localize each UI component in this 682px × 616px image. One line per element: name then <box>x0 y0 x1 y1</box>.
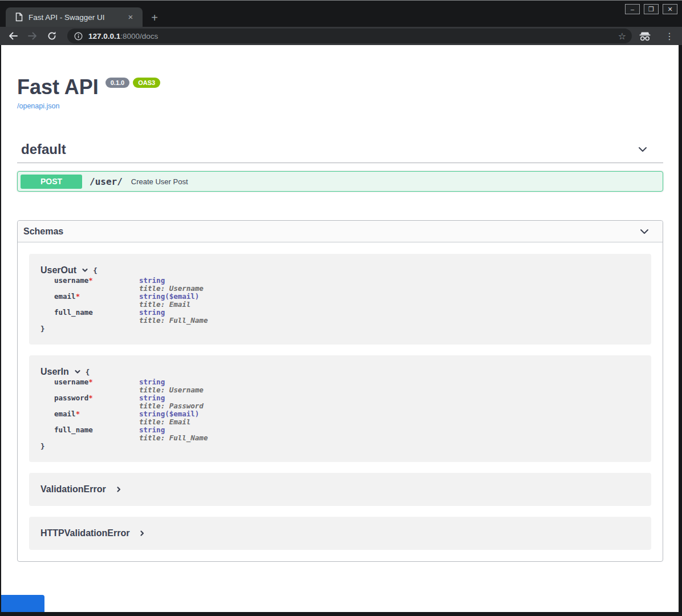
incognito-icon <box>638 29 652 43</box>
url-bar[interactable]: 127.0.0.1:8000/docs ☆ <box>67 29 632 43</box>
model-name[interactable]: HTTPValidationError <box>40 528 129 538</box>
bookmark-star-icon[interactable]: ☆ <box>618 31 626 42</box>
collapse-chevron-icon[interactable] <box>74 368 81 375</box>
tab-close-icon[interactable]: × <box>125 12 136 22</box>
required-star: * <box>88 394 93 402</box>
page-favicon-icon <box>15 13 23 22</box>
tab-fast-api-swagger[interactable]: Fast API - Swagger UI × <box>6 7 143 27</box>
close-brace: } <box>40 325 640 333</box>
property-name: email <box>54 410 76 418</box>
property-row: username* string title: Username <box>54 277 640 293</box>
property-type: string <box>139 426 208 434</box>
model-name[interactable]: UserIn <box>40 367 69 377</box>
expand-chevron-icon[interactable] <box>115 486 122 493</box>
property-title: title: Email <box>139 301 199 309</box>
model-name[interactable]: UserOut <box>40 265 76 275</box>
model-name[interactable]: ValidationError <box>40 484 106 495</box>
open-brace: { <box>93 266 98 275</box>
property-title: title: Full_Name <box>139 434 208 442</box>
property-name: full_name <box>54 425 93 434</box>
property-row: email* string($email) title: Email <box>54 293 640 309</box>
schemas-section: Schemas UserOut <box>17 220 663 562</box>
window-controls: – ❒ ✕ <box>625 4 677 14</box>
property-title: title: Username <box>139 285 204 293</box>
close-brace: } <box>40 442 640 451</box>
chevron-down-icon[interactable] <box>639 226 650 237</box>
model-validationerror[interactable]: ValidationError <box>29 473 651 506</box>
oas3-badge: OAS3 <box>133 78 160 88</box>
property-title: title: Email <box>139 418 199 426</box>
property-type: string <box>139 277 204 285</box>
page-info-icon[interactable] <box>74 32 83 40</box>
model-userout: UserOut { username* <box>29 254 651 345</box>
property-row: email* string($email) title: Email <box>54 410 640 426</box>
operation-summary: Create User Post <box>131 177 188 186</box>
required-star: * <box>88 276 93 285</box>
property-type: string($email) <box>139 410 199 418</box>
status-bubble <box>1 595 44 612</box>
forward-icon[interactable] <box>25 29 40 43</box>
required-star: * <box>88 378 93 386</box>
new-tab-button[interactable]: + <box>147 10 162 25</box>
openapi-json-link[interactable]: /openapi.json <box>17 102 59 110</box>
default-tag-section: default POST /user/ Create User Post <box>17 141 663 192</box>
property-name: username <box>54 378 88 386</box>
open-brace: { <box>86 368 90 376</box>
property-title: title: Full_Name <box>139 317 208 325</box>
swagger-ui-page: Fast API 0.1.0 OAS3 /openapi.json defaul… <box>1 45 679 612</box>
property-type: string($email) <box>139 293 199 301</box>
property-type: string <box>139 378 204 386</box>
property-type: string <box>139 309 208 317</box>
url-text[interactable]: 127.0.0.1:8000/docs <box>88 32 618 40</box>
collapse-chevron-icon[interactable] <box>82 267 88 274</box>
tag-divider <box>17 163 663 163</box>
chevron-down-icon[interactable] <box>637 144 648 155</box>
schemas-header[interactable]: Schemas <box>18 221 663 242</box>
tab-title: Fast API - Swagger UI <box>29 13 125 22</box>
back-icon[interactable] <box>6 29 21 43</box>
window-maximize-button[interactable]: ❒ <box>644 4 659 14</box>
property-name: email <box>54 292 76 301</box>
url-path: :8000/docs <box>120 32 158 40</box>
api-info-section: Fast API 0.1.0 OAS3 /openapi.json <box>17 45 663 111</box>
window-close-button[interactable]: ✕ <box>663 4 677 14</box>
property-title: title: Username <box>139 386 204 394</box>
schemas-title: Schemas <box>23 226 63 237</box>
reload-icon[interactable] <box>44 29 59 43</box>
required-star: * <box>76 410 80 418</box>
property-row: full_name string title: Full_Name <box>54 309 640 325</box>
property-name: password <box>54 394 88 402</box>
property-title: title: Password <box>139 402 204 410</box>
required-star: * <box>76 292 80 301</box>
browser-menu-icon[interactable]: ⋮ <box>663 31 676 42</box>
property-name: username <box>54 276 88 285</box>
property-row: username* string title: Username <box>54 378 640 394</box>
default-tag-row[interactable]: default <box>17 141 663 157</box>
window-minimize-button[interactable]: – <box>625 4 640 14</box>
property-row: full_name string title: Full_Name <box>54 426 640 442</box>
operation-path: /user/ <box>90 176 123 187</box>
browser-toolbar: 127.0.0.1:8000/docs ☆ ⋮ <box>0 27 682 45</box>
tab-strip: Fast API - Swagger UI × + – ❒ ✕ <box>0 1 682 27</box>
tag-title: default <box>21 141 66 157</box>
property-row: password* string title: Password <box>54 394 640 410</box>
url-host: 127.0.0.1 <box>88 32 120 40</box>
model-httpvalidationerror[interactable]: HTTPValidationError <box>29 517 651 550</box>
property-type: string <box>139 394 204 402</box>
property-name: full_name <box>54 308 93 317</box>
model-userin: UserIn { username* <box>29 355 651 462</box>
post-method-badge: POST <box>21 175 82 189</box>
browser-window: Fast API - Swagger UI × + – ❒ ✕ <box>0 0 682 616</box>
post-user-operation[interactable]: POST /user/ Create User Post <box>17 171 663 192</box>
api-title: Fast API <box>17 76 99 99</box>
expand-chevron-icon[interactable] <box>139 530 145 537</box>
version-badge: 0.1.0 <box>105 78 129 88</box>
